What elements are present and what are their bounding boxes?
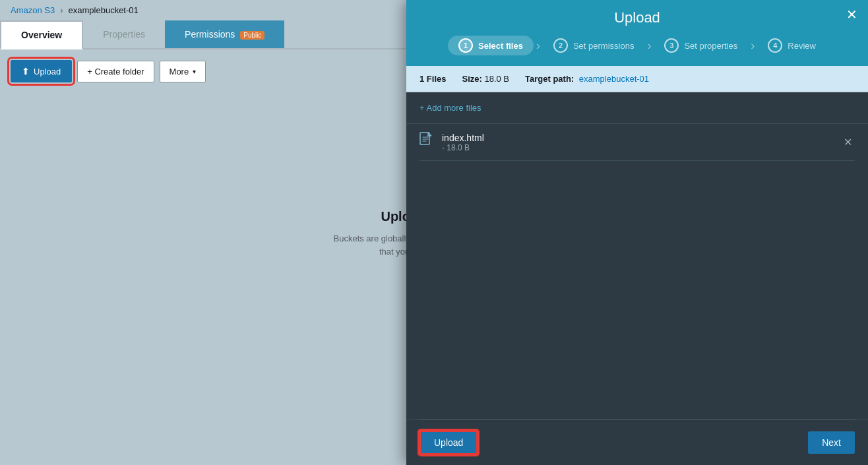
modal-close-button[interactable]: ✕ (846, 8, 857, 21)
info-bar: 1 Files Size: 18.0 B Target path: exampl… (406, 66, 868, 92)
size-info: Size: 18.0 B (462, 74, 509, 84)
wizard-step-2[interactable]: 2 Set permissions (543, 36, 644, 55)
wizard-step-4[interactable]: 4 Review (757, 36, 826, 55)
wizard-step-1[interactable]: 1 Select files (448, 36, 534, 55)
modal-header: Upload ✕ 1 Select files › 2 (406, 0, 868, 66)
footer-left: Upload (419, 431, 478, 454)
add-more-files-button[interactable]: + Add more files (419, 103, 481, 113)
wizard-step-3[interactable]: 3 Set properties (654, 36, 748, 55)
create-folder-button[interactable]: + Create folder (77, 61, 154, 82)
file-icon (419, 132, 434, 152)
modal-footer: Upload Next (406, 419, 868, 465)
tab-overview[interactable]: Overview (0, 20, 83, 49)
chevron-down-icon: ▾ (193, 68, 196, 75)
add-more-section: + Add more files (406, 92, 868, 124)
permissions-badge: Public (240, 31, 264, 40)
upload-modal: Upload ✕ 1 Select files › 2 (406, 0, 868, 465)
target-path-link[interactable]: examplebucket-01 (579, 74, 649, 84)
step-circle-4: 4 (768, 38, 782, 53)
step-circle-3: 3 (664, 38, 679, 53)
modal-upload-button[interactable]: Upload (419, 431, 478, 454)
file-item: index.html - 18.0 B ✕ (419, 124, 855, 161)
background-page: Amazon S3 › examplebucket-01 Overview Pr… (0, 0, 868, 465)
upload-icon: ⬆ (22, 66, 30, 77)
tab-properties[interactable]: Properties (83, 20, 165, 48)
file-name: index.html (442, 133, 833, 143)
next-button[interactable]: Next (808, 431, 855, 454)
upload-modal-overlay: Upload ✕ 1 Select files › 2 (406, 0, 868, 465)
file-size: - 18.0 B (442, 143, 833, 152)
footer-right: Next (808, 431, 855, 454)
tab-permissions[interactable]: Permissions Public (165, 20, 284, 48)
breadcrumb-separator: › (60, 5, 63, 15)
step-circle-2: 2 (553, 38, 568, 53)
files-count: 1 Files (419, 74, 446, 84)
file-info: index.html - 18.0 B (442, 133, 833, 152)
breadcrumb-current: examplebucket-01 (69, 5, 139, 15)
wizard-sep-3: › (751, 39, 755, 53)
upload-button[interactable]: ⬆ Upload (11, 60, 72, 82)
modal-title: Upload (614, 9, 660, 26)
more-button[interactable]: More ▾ (160, 61, 206, 82)
wizard-steps: 1 Select files › 2 Set permissions › (406, 26, 868, 66)
breadcrumb-home-link[interactable]: Amazon S3 (11, 5, 55, 15)
file-remove-button[interactable]: ✕ (841, 135, 855, 150)
file-list: index.html - 18.0 B ✕ (406, 124, 868, 419)
modal-body: + Add more files (406, 92, 868, 419)
wizard-sep-2: › (647, 39, 651, 53)
target-path-info: Target path: examplebucket-01 (525, 74, 649, 84)
step-circle-1: 1 (458, 38, 473, 53)
wizard-sep-1: › (536, 39, 540, 53)
